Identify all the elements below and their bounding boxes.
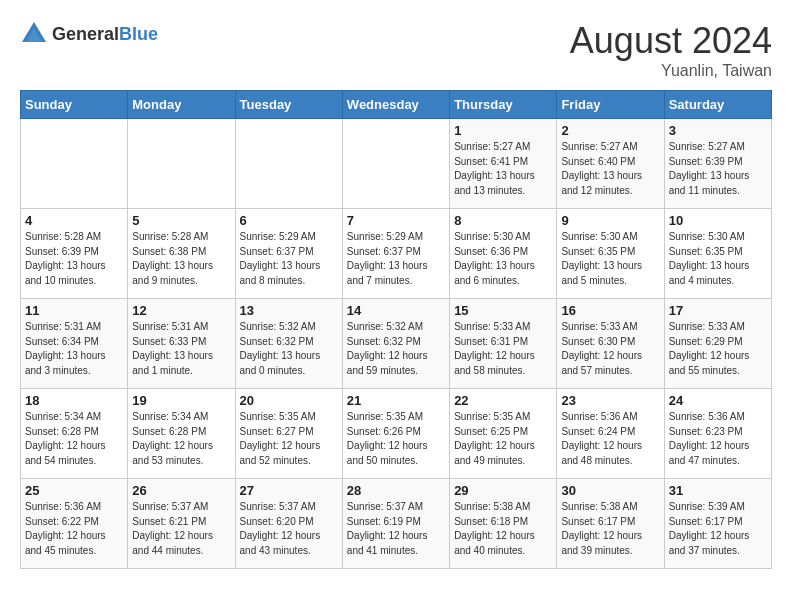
calendar-cell: 1Sunrise: 5:27 AMSunset: 6:41 PMDaylight… xyxy=(450,119,557,209)
calendar-header-row: SundayMondayTuesdayWednesdayThursdayFrid… xyxy=(21,91,772,119)
calendar-cell: 23Sunrise: 5:36 AMSunset: 6:24 PMDayligh… xyxy=(557,389,664,479)
day-number: 18 xyxy=(25,393,123,408)
day-number: 24 xyxy=(669,393,767,408)
calendar-cell: 22Sunrise: 5:35 AMSunset: 6:25 PMDayligh… xyxy=(450,389,557,479)
calendar-cell: 24Sunrise: 5:36 AMSunset: 6:23 PMDayligh… xyxy=(664,389,771,479)
day-number: 17 xyxy=(669,303,767,318)
day-info: Sunrise: 5:28 AMSunset: 6:38 PMDaylight:… xyxy=(132,230,230,288)
day-number: 31 xyxy=(669,483,767,498)
calendar-cell: 4Sunrise: 5:28 AMSunset: 6:39 PMDaylight… xyxy=(21,209,128,299)
calendar-cell xyxy=(235,119,342,209)
calendar-cell xyxy=(128,119,235,209)
day-number: 8 xyxy=(454,213,552,228)
day-info: Sunrise: 5:36 AMSunset: 6:23 PMDaylight:… xyxy=(669,410,767,468)
logo-icon xyxy=(20,20,48,48)
title-block: August 2024 Yuanlin, Taiwan xyxy=(570,20,772,80)
day-info: Sunrise: 5:29 AMSunset: 6:37 PMDaylight:… xyxy=(347,230,445,288)
day-number: 26 xyxy=(132,483,230,498)
calendar-cell: 3Sunrise: 5:27 AMSunset: 6:39 PMDaylight… xyxy=(664,119,771,209)
day-number: 9 xyxy=(561,213,659,228)
calendar-cell: 20Sunrise: 5:35 AMSunset: 6:27 PMDayligh… xyxy=(235,389,342,479)
day-number: 5 xyxy=(132,213,230,228)
calendar-week-1: 1Sunrise: 5:27 AMSunset: 6:41 PMDaylight… xyxy=(21,119,772,209)
day-number: 12 xyxy=(132,303,230,318)
calendar-cell: 28Sunrise: 5:37 AMSunset: 6:19 PMDayligh… xyxy=(342,479,449,569)
day-number: 30 xyxy=(561,483,659,498)
page-header: GeneralBlue August 2024 Yuanlin, Taiwan xyxy=(20,20,772,80)
logo-blue: Blue xyxy=(119,24,158,44)
calendar-cell: 2Sunrise: 5:27 AMSunset: 6:40 PMDaylight… xyxy=(557,119,664,209)
day-number: 27 xyxy=(240,483,338,498)
day-info: Sunrise: 5:27 AMSunset: 6:40 PMDaylight:… xyxy=(561,140,659,198)
calendar-cell: 10Sunrise: 5:30 AMSunset: 6:35 PMDayligh… xyxy=(664,209,771,299)
calendar-cell: 25Sunrise: 5:36 AMSunset: 6:22 PMDayligh… xyxy=(21,479,128,569)
day-info: Sunrise: 5:36 AMSunset: 6:24 PMDaylight:… xyxy=(561,410,659,468)
calendar-cell: 12Sunrise: 5:31 AMSunset: 6:33 PMDayligh… xyxy=(128,299,235,389)
day-number: 20 xyxy=(240,393,338,408)
calendar-cell: 8Sunrise: 5:30 AMSunset: 6:36 PMDaylight… xyxy=(450,209,557,299)
day-number: 25 xyxy=(25,483,123,498)
calendar-table: SundayMondayTuesdayWednesdayThursdayFrid… xyxy=(20,90,772,569)
header-saturday: Saturday xyxy=(664,91,771,119)
calendar-cell: 27Sunrise: 5:37 AMSunset: 6:20 PMDayligh… xyxy=(235,479,342,569)
day-number: 28 xyxy=(347,483,445,498)
calendar-cell: 16Sunrise: 5:33 AMSunset: 6:30 PMDayligh… xyxy=(557,299,664,389)
day-info: Sunrise: 5:33 AMSunset: 6:30 PMDaylight:… xyxy=(561,320,659,378)
calendar-cell: 14Sunrise: 5:32 AMSunset: 6:32 PMDayligh… xyxy=(342,299,449,389)
calendar-cell: 6Sunrise: 5:29 AMSunset: 6:37 PMDaylight… xyxy=(235,209,342,299)
calendar-week-2: 4Sunrise: 5:28 AMSunset: 6:39 PMDaylight… xyxy=(21,209,772,299)
calendar-cell: 29Sunrise: 5:38 AMSunset: 6:18 PMDayligh… xyxy=(450,479,557,569)
calendar-cell xyxy=(342,119,449,209)
calendar-cell: 15Sunrise: 5:33 AMSunset: 6:31 PMDayligh… xyxy=(450,299,557,389)
calendar-week-4: 18Sunrise: 5:34 AMSunset: 6:28 PMDayligh… xyxy=(21,389,772,479)
day-info: Sunrise: 5:38 AMSunset: 6:17 PMDaylight:… xyxy=(561,500,659,558)
day-info: Sunrise: 5:34 AMSunset: 6:28 PMDaylight:… xyxy=(132,410,230,468)
main-title: August 2024 xyxy=(570,20,772,62)
day-number: 7 xyxy=(347,213,445,228)
day-info: Sunrise: 5:31 AMSunset: 6:34 PMDaylight:… xyxy=(25,320,123,378)
day-info: Sunrise: 5:32 AMSunset: 6:32 PMDaylight:… xyxy=(347,320,445,378)
day-number: 15 xyxy=(454,303,552,318)
header-tuesday: Tuesday xyxy=(235,91,342,119)
day-info: Sunrise: 5:33 AMSunset: 6:29 PMDaylight:… xyxy=(669,320,767,378)
calendar-cell: 21Sunrise: 5:35 AMSunset: 6:26 PMDayligh… xyxy=(342,389,449,479)
day-info: Sunrise: 5:39 AMSunset: 6:17 PMDaylight:… xyxy=(669,500,767,558)
day-info: Sunrise: 5:30 AMSunset: 6:36 PMDaylight:… xyxy=(454,230,552,288)
day-number: 11 xyxy=(25,303,123,318)
day-info: Sunrise: 5:35 AMSunset: 6:26 PMDaylight:… xyxy=(347,410,445,468)
day-number: 23 xyxy=(561,393,659,408)
calendar-cell: 11Sunrise: 5:31 AMSunset: 6:34 PMDayligh… xyxy=(21,299,128,389)
day-info: Sunrise: 5:29 AMSunset: 6:37 PMDaylight:… xyxy=(240,230,338,288)
header-monday: Monday xyxy=(128,91,235,119)
day-number: 4 xyxy=(25,213,123,228)
day-info: Sunrise: 5:33 AMSunset: 6:31 PMDaylight:… xyxy=(454,320,552,378)
calendar-cell: 17Sunrise: 5:33 AMSunset: 6:29 PMDayligh… xyxy=(664,299,771,389)
calendar-cell: 30Sunrise: 5:38 AMSunset: 6:17 PMDayligh… xyxy=(557,479,664,569)
day-number: 13 xyxy=(240,303,338,318)
day-info: Sunrise: 5:35 AMSunset: 6:25 PMDaylight:… xyxy=(454,410,552,468)
day-number: 1 xyxy=(454,123,552,138)
day-number: 19 xyxy=(132,393,230,408)
day-info: Sunrise: 5:30 AMSunset: 6:35 PMDaylight:… xyxy=(669,230,767,288)
day-info: Sunrise: 5:28 AMSunset: 6:39 PMDaylight:… xyxy=(25,230,123,288)
day-info: Sunrise: 5:38 AMSunset: 6:18 PMDaylight:… xyxy=(454,500,552,558)
day-number: 22 xyxy=(454,393,552,408)
calendar-cell: 9Sunrise: 5:30 AMSunset: 6:35 PMDaylight… xyxy=(557,209,664,299)
day-number: 10 xyxy=(669,213,767,228)
day-number: 14 xyxy=(347,303,445,318)
subtitle: Yuanlin, Taiwan xyxy=(570,62,772,80)
day-info: Sunrise: 5:27 AMSunset: 6:41 PMDaylight:… xyxy=(454,140,552,198)
day-info: Sunrise: 5:37 AMSunset: 6:19 PMDaylight:… xyxy=(347,500,445,558)
calendar-cell: 26Sunrise: 5:37 AMSunset: 6:21 PMDayligh… xyxy=(128,479,235,569)
day-number: 3 xyxy=(669,123,767,138)
day-info: Sunrise: 5:34 AMSunset: 6:28 PMDaylight:… xyxy=(25,410,123,468)
calendar-cell: 18Sunrise: 5:34 AMSunset: 6:28 PMDayligh… xyxy=(21,389,128,479)
logo-general: General xyxy=(52,24,119,44)
calendar-week-5: 25Sunrise: 5:36 AMSunset: 6:22 PMDayligh… xyxy=(21,479,772,569)
header-wednesday: Wednesday xyxy=(342,91,449,119)
calendar-cell: 31Sunrise: 5:39 AMSunset: 6:17 PMDayligh… xyxy=(664,479,771,569)
day-number: 16 xyxy=(561,303,659,318)
day-info: Sunrise: 5:37 AMSunset: 6:20 PMDaylight:… xyxy=(240,500,338,558)
header-sunday: Sunday xyxy=(21,91,128,119)
calendar-week-3: 11Sunrise: 5:31 AMSunset: 6:34 PMDayligh… xyxy=(21,299,772,389)
